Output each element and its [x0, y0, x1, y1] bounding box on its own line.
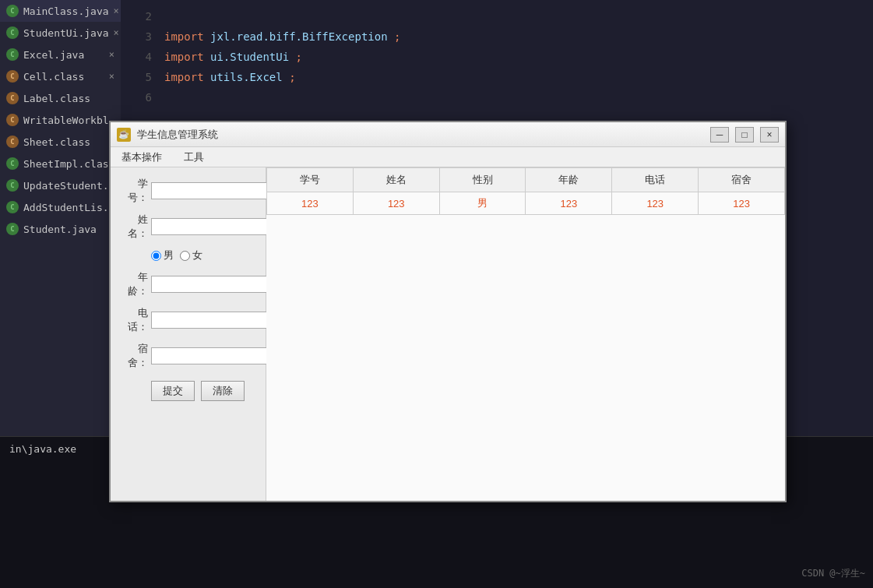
code-line-4: 4 import ui.StudentUi ; — [121, 47, 873, 67]
cell-id: 123 — [267, 192, 354, 215]
sidebar-item-UpdateStudent[interactable]: C UpdateStudent... — [0, 174, 121, 196]
close-tab-icon[interactable]: × — [109, 49, 114, 60]
phone-input[interactable] — [151, 312, 276, 329]
code-line-2: 2 — [121, 6, 873, 26]
class-icon: C — [6, 136, 19, 148]
gender-male-label[interactable]: 男 — [151, 248, 174, 262]
name-field-row: 姓名： — [120, 213, 256, 241]
name-input[interactable] — [151, 218, 276, 235]
cell-dorm: 123 — [699, 192, 785, 215]
dorm-field-row: 宿舍： — [120, 342, 256, 370]
menu-tools[interactable]: 工具 — [179, 149, 209, 166]
sidebar-item-label: Label.class — [23, 93, 90, 104]
col-phone: 电话 — [612, 168, 699, 192]
menu-basic-ops[interactable]: 基本操作 — [117, 149, 167, 166]
name-label: 姓名： — [120, 213, 148, 241]
sidebar-item-label: Sheet.class — [23, 136, 90, 148]
dorm-label: 宿舍： — [120, 342, 148, 370]
maximize-button[interactable]: □ — [735, 127, 754, 143]
class-icon: C — [6, 114, 19, 126]
java-icon: C — [6, 26, 19, 39]
sidebar-item-Cell[interactable]: C Cell.class × — [0, 65, 121, 87]
cell-age: 123 — [526, 192, 612, 215]
sidebar-item-Sheet[interactable]: C Sheet.class — [0, 131, 121, 153]
code-line-6: 6 — [121, 87, 873, 107]
age-label: 年龄： — [120, 270, 148, 298]
code-line-3: 3 import jxl.read.biff.BiffException ; — [121, 26, 873, 47]
gender-male-radio[interactable] — [151, 251, 161, 261]
sidebar-item-label: Student.java — [23, 224, 97, 235]
watermark: CSDN @~浮生~ — [801, 567, 865, 580]
sidebar-item-StudentUi[interactable]: C StudentUi.java × — [0, 22, 121, 44]
col-name: 姓名 — [353, 168, 439, 192]
java-icon: C — [6, 223, 19, 235]
close-button[interactable]: × — [760, 127, 779, 143]
sidebar-item-SheetImpl[interactable]: C SheetImpl.clas... — [0, 153, 121, 174]
terminal-text: in\java.exe — [9, 443, 76, 455]
form-buttons: 提交 清除 — [120, 381, 256, 401]
table-panel: 学号 姓名 性别 年龄 电话 宿舍 123 123 男 123 123 — [266, 167, 785, 501]
phone-field-row: 电话： — [120, 306, 256, 334]
col-gender: 性别 — [439, 168, 526, 192]
age-input[interactable] — [151, 276, 276, 293]
java-icon: C — [6, 5, 19, 17]
sidebar-item-label: MainClass.java — [23, 5, 109, 17]
col-id: 学号 — [267, 168, 354, 192]
sidebar-item-Excel[interactable]: C Excel.java × — [0, 44, 121, 65]
sidebar-item-Label[interactable]: C Label.class — [0, 87, 121, 109]
sidebar: C MainClass.java × C StudentUi.java × C … — [0, 0, 121, 436]
age-field-row: 年龄： — [120, 270, 256, 298]
cell-name: 123 — [353, 192, 439, 215]
java-icon: C — [6, 157, 19, 170]
close-tab-icon[interactable]: × — [114, 27, 119, 38]
sidebar-item-label: UpdateStudent... — [23, 180, 121, 192]
code-line-5: 5 import utils.Excel ; — [121, 67, 873, 87]
dialog-app-icon: ☕ — [117, 128, 131, 142]
gender-female-label[interactable]: 女 — [180, 248, 202, 262]
dialog-window: ☕ 学生信息管理系统 ─ □ × 基本操作 工具 学号： 姓名： 男 — [109, 121, 787, 502]
sidebar-item-label: StudentUi.java — [23, 27, 109, 39]
form-panel: 学号： 姓名： 男 女 年龄： — [111, 167, 266, 501]
sidebar-item-WritableWorkbl[interactable]: C WritableWorkbl... — [0, 109, 121, 131]
sidebar-item-label: AddStudentLis... — [23, 202, 121, 213]
clear-button[interactable]: 清除 — [201, 381, 245, 401]
dialog-titlebar: ☕ 学生信息管理系统 ─ □ × — [111, 122, 785, 147]
submit-button[interactable]: 提交 — [151, 381, 195, 401]
id-label: 学号： — [120, 177, 148, 205]
class-icon: C — [6, 70, 19, 83]
close-tab-icon[interactable]: × — [114, 5, 119, 16]
dialog-body: 学号： 姓名： 男 女 年龄： — [111, 167, 785, 501]
java-icon: C — [6, 179, 19, 192]
java-icon: C — [6, 48, 19, 61]
java-icon: C — [6, 201, 19, 213]
sidebar-item-label: Excel.java — [23, 49, 84, 61]
student-table: 学号 姓名 性别 年龄 电话 宿舍 123 123 男 123 123 — [266, 167, 785, 215]
minimize-button[interactable]: ─ — [710, 127, 729, 143]
dialog-menubar: 基本操作 工具 — [111, 147, 785, 167]
table-row[interactable]: 123 123 男 123 123 123 — [267, 192, 785, 215]
phone-label: 电话： — [120, 306, 148, 334]
class-icon: C — [6, 92, 19, 104]
sidebar-item-Student[interactable]: C Student.java — [0, 218, 121, 240]
cell-gender: 男 — [439, 192, 526, 215]
sidebar-item-AddStudentLis[interactable]: C AddStudentLis... — [0, 196, 121, 218]
sidebar-item-MainClass[interactable]: C MainClass.java × — [0, 0, 121, 22]
col-age: 年龄 — [526, 168, 612, 192]
gender-female-radio[interactable] — [180, 251, 190, 261]
table-header-row: 学号 姓名 性别 年龄 电话 宿舍 — [267, 168, 785, 192]
gender-row: 男 女 — [120, 248, 256, 262]
dialog-title: 学生信息管理系统 — [137, 128, 704, 142]
sidebar-item-label: Cell.class — [23, 71, 84, 83]
id-input[interactable] — [151, 182, 276, 199]
cell-phone: 123 — [612, 192, 699, 215]
id-field-row: 学号： — [120, 177, 256, 205]
close-tab-icon[interactable]: × — [109, 71, 114, 82]
col-dorm: 宿舍 — [699, 168, 785, 192]
dorm-input[interactable] — [151, 347, 276, 364]
